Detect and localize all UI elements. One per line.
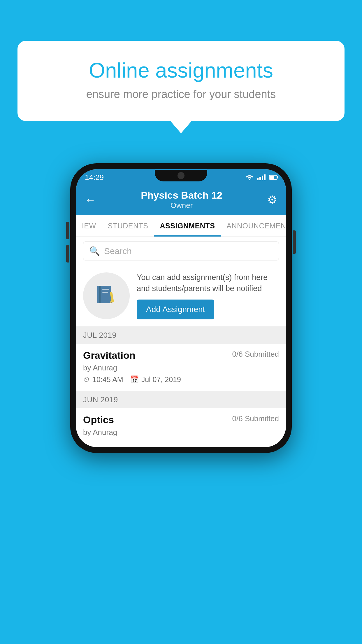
back-button[interactable]: ← bbox=[85, 194, 96, 206]
assignment-header-row: Gravitation 0/6 Submitted bbox=[83, 350, 279, 361]
search-container: 🔍 Search bbox=[76, 237, 286, 265]
promo-icon-circle bbox=[83, 272, 130, 319]
assignment-time: 10:45 AM bbox=[92, 375, 123, 384]
search-icon: 🔍 bbox=[89, 246, 100, 256]
power-button bbox=[293, 230, 296, 254]
assignment-meta: ⏲ 10:45 AM 📅 Jul 07, 2019 bbox=[83, 375, 279, 384]
header-title-block: Physics Batch 12 Owner bbox=[141, 190, 222, 210]
assignment-title-optics: Optics bbox=[83, 414, 114, 426]
calendar-icon: 📅 bbox=[130, 375, 139, 384]
vol-up-button bbox=[66, 222, 69, 239]
assignment-item-optics[interactable]: Optics 0/6 Submitted by Anurag bbox=[76, 408, 286, 447]
status-time: 14:29 bbox=[85, 173, 104, 182]
header-title: Physics Batch 12 bbox=[141, 190, 222, 201]
phone-outer: 14:29 bbox=[70, 163, 292, 453]
vol-down-button bbox=[66, 245, 69, 262]
phone-screen: 14:29 bbox=[76, 169, 286, 447]
promo-block: You can add assignment(s) from here and … bbox=[76, 265, 286, 327]
bubble-title: Online assignments bbox=[38, 58, 324, 82]
phone-wrapper: 14:29 bbox=[70, 163, 292, 453]
assignment-author-optics: by Anurag bbox=[83, 428, 279, 437]
svg-rect-3 bbox=[102, 289, 109, 290]
date-meta: 📅 Jul 07, 2019 bbox=[130, 375, 181, 384]
tab-iew[interactable]: IEW bbox=[76, 215, 102, 237]
assignment-date: Jul 07, 2019 bbox=[141, 375, 181, 384]
promo-description: You can add assignment(s) from here and … bbox=[137, 272, 279, 294]
assignment-author: by Anurag bbox=[83, 363, 279, 372]
status-icons bbox=[245, 174, 277, 181]
speech-bubble-container: Online assignments ensure more practice … bbox=[17, 41, 345, 121]
notebook-icon bbox=[95, 284, 118, 307]
clock-icon: ⏲ bbox=[83, 375, 90, 384]
signal-icon bbox=[257, 174, 266, 180]
time-meta: ⏲ 10:45 AM bbox=[83, 375, 123, 384]
search-bar[interactable]: 🔍 Search bbox=[83, 242, 279, 260]
assignment-status-optics: 0/6 Submitted bbox=[232, 414, 279, 423]
month-separator-jun: JUN 2019 bbox=[76, 391, 286, 408]
battery-icon bbox=[269, 175, 277, 180]
tab-announcements[interactable]: ANNOUNCEMENTS bbox=[221, 215, 286, 237]
assignment-title: Gravitation bbox=[83, 350, 135, 361]
settings-icon[interactable]: ⚙ bbox=[267, 193, 277, 206]
bubble-subtitle: ensure more practice for your students bbox=[38, 88, 324, 101]
wifi-icon bbox=[245, 174, 254, 181]
app-header: ← Physics Batch 12 Owner ⚙ bbox=[76, 186, 286, 215]
svg-rect-2 bbox=[99, 286, 101, 303]
phone-camera bbox=[178, 172, 184, 179]
add-assignment-button[interactable]: Add Assignment bbox=[137, 300, 214, 319]
tabs-bar: IEW STUDENTS ASSIGNMENTS ANNOUNCEMENTS bbox=[76, 215, 286, 237]
svg-rect-4 bbox=[102, 292, 108, 293]
promo-text-block: You can add assignment(s) from here and … bbox=[137, 272, 279, 319]
assignment-status: 0/6 Submitted bbox=[232, 350, 279, 359]
assignment-item-gravitation[interactable]: Gravitation 0/6 Submitted by Anurag ⏲ 10… bbox=[76, 344, 286, 391]
header-subtitle: Owner bbox=[141, 201, 222, 210]
speech-bubble: Online assignments ensure more practice … bbox=[17, 41, 345, 121]
search-placeholder: Search bbox=[104, 246, 132, 256]
tab-students[interactable]: STUDENTS bbox=[102, 215, 154, 237]
assignment-header-row-optics: Optics 0/6 Submitted bbox=[83, 414, 279, 426]
svg-point-0 bbox=[249, 179, 250, 180]
tab-assignments[interactable]: ASSIGNMENTS bbox=[154, 215, 221, 237]
month-separator-jul: JUL 2019 bbox=[76, 327, 286, 344]
